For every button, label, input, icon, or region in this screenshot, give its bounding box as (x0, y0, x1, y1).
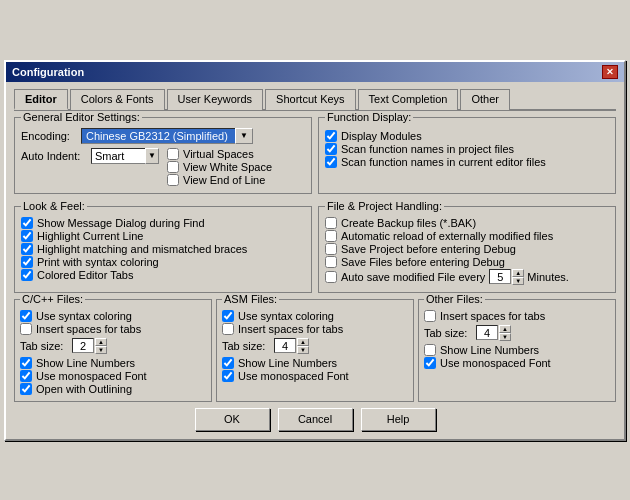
encoding-value[interactable]: Chinese GB2312 (Simplified) (81, 128, 253, 144)
show-message-checkbox[interactable] (21, 217, 33, 229)
other-tab-up-button[interactable]: ▲ (499, 325, 511, 333)
auto-reload-label: Automatic reload of externally modified … (341, 230, 553, 242)
other-line-numbers-checkbox[interactable] (424, 344, 436, 356)
view-white-space-checkbox[interactable] (167, 161, 179, 173)
function-display-items: Display Modules Scan function names in p… (325, 130, 609, 168)
asm-line-numbers-checkbox[interactable] (222, 357, 234, 369)
general-editor-label: General Editor Settings: (21, 111, 142, 123)
asm-tab-spinner-buttons: ▲ ▼ (297, 338, 309, 354)
function-display-label: Function Display: (325, 111, 413, 123)
middle-section: Look & Feel: Show Message Dialog during … (14, 206, 616, 299)
backup-files-checkbox[interactable] (325, 217, 337, 229)
cpp-syntax-checkbox[interactable] (20, 310, 32, 322)
minutes-label: Minutes. (527, 271, 569, 283)
indent-select-wrapper: Smart ▼ (91, 148, 159, 164)
tab-shortcut-keys[interactable]: Shortcut Keys (265, 89, 355, 110)
cpp-insert-spaces-row: Insert spaces for tabs (20, 323, 206, 335)
indent-dropdown-arrow[interactable]: ▼ (145, 148, 159, 164)
print-syntax-checkbox[interactable] (21, 256, 33, 268)
cpp-tab-size-spinner: ▲ ▼ (72, 338, 107, 354)
cpp-files-items: Use syntax coloring Insert spaces for ta… (20, 310, 206, 395)
virtual-spaces-checkbox[interactable] (167, 148, 179, 160)
other-tab-size-label: Tab size: (424, 327, 476, 339)
scan-project-label: Scan function names in project files (341, 143, 514, 155)
auto-save-up-button[interactable]: ▲ (512, 269, 524, 277)
other-files-items: Insert spaces for tabs Tab size: ▲ ▼ (424, 310, 610, 369)
asm-syntax-row: Use syntax coloring (222, 310, 408, 322)
save-project-debug-checkbox[interactable] (325, 243, 337, 255)
cpp-tab-size-input[interactable] (72, 338, 94, 353)
save-files-debug-checkbox[interactable] (325, 256, 337, 268)
highlight-braces-checkbox[interactable] (21, 243, 33, 255)
fp-item-1: Automatic reload of externally modified … (325, 230, 609, 242)
cpp-monospaced-row: Use monospaced Font (20, 370, 206, 382)
cpp-monospaced-checkbox[interactable] (20, 370, 32, 382)
scan-current-checkbox[interactable] (325, 156, 337, 168)
view-white-space-row: View White Space (167, 161, 272, 173)
file-project-items: Create Backup files (*.BAK) Automatic re… (325, 217, 609, 285)
other-line-numbers-label: Show Line Numbers (440, 344, 539, 356)
asm-tab-size-label: Tab size: (222, 340, 274, 352)
other-tab-size-input[interactable] (476, 325, 498, 340)
other-tab-size-spinner: ▲ ▼ (476, 325, 511, 341)
cpp-tab-size-row: Tab size: ▲ ▼ (20, 338, 206, 354)
other-monospaced-checkbox[interactable] (424, 357, 436, 369)
cpp-outlining-label: Open with Outlining (36, 383, 132, 395)
help-button[interactable]: Help (361, 408, 436, 431)
file-project-group: File & Project Handling: Create Backup f… (318, 206, 616, 293)
view-options: Virtual Spaces View White Space View End… (167, 148, 272, 187)
tab-user-keywords[interactable]: User Keywords (167, 89, 264, 110)
fd-item-0: Display Modules (325, 130, 609, 142)
cancel-button[interactable]: Cancel (278, 408, 353, 431)
view-end-of-line-checkbox[interactable] (167, 174, 179, 186)
asm-syntax-checkbox[interactable] (222, 310, 234, 322)
auto-indent-row: Auto Indent: Smart ▼ (21, 148, 159, 164)
highlight-line-label: Highlight Current Line (37, 230, 143, 242)
top-section: General Editor Settings: Encoding: Chine… (14, 117, 616, 200)
cpp-line-numbers-row: Show Line Numbers (20, 357, 206, 369)
cpp-syntax-row: Use syntax coloring (20, 310, 206, 322)
fp-item-0: Create Backup files (*.BAK) (325, 217, 609, 229)
asm-tab-down-button[interactable]: ▼ (297, 346, 309, 354)
cpp-insert-spaces-checkbox[interactable] (20, 323, 32, 335)
other-insert-spaces-checkbox[interactable] (424, 310, 436, 322)
fp-item-3: Save Files before entering Debug (325, 256, 609, 268)
cpp-line-numbers-checkbox[interactable] (20, 357, 32, 369)
tab-text-completion[interactable]: Text Completion (358, 89, 459, 110)
asm-files-group: ASM Files: Use syntax coloring Insert sp… (216, 299, 414, 402)
auto-save-checkbox[interactable] (325, 271, 337, 283)
other-tab-down-button[interactable]: ▼ (499, 333, 511, 341)
backup-files-label: Create Backup files (*.BAK) (341, 217, 476, 229)
view-white-space-label: View White Space (183, 161, 272, 173)
fd-item-1: Scan function names in project files (325, 143, 609, 155)
tab-colors-fonts[interactable]: Colors & Fonts (70, 89, 165, 110)
asm-tab-up-button[interactable]: ▲ (297, 338, 309, 346)
encoding-row: Encoding: Chinese GB2312 (Simplified) ▼ (21, 128, 305, 144)
cpp-tab-size-label: Tab size: (20, 340, 72, 352)
close-button[interactable]: ✕ (602, 65, 618, 79)
asm-tab-size-input[interactable] (274, 338, 296, 353)
asm-monospaced-row: Use monospaced Font (222, 370, 408, 382)
asm-monospaced-checkbox[interactable] (222, 370, 234, 382)
asm-insert-spaces-checkbox[interactable] (222, 323, 234, 335)
scan-project-checkbox[interactable] (325, 143, 337, 155)
configuration-window: Configuration ✕ Editor Colors & Fonts Us… (4, 60, 626, 441)
cpp-tab-up-button[interactable]: ▲ (95, 338, 107, 346)
cpp-outlining-checkbox[interactable] (20, 383, 32, 395)
ok-button[interactable]: OK (195, 408, 270, 431)
display-modules-checkbox[interactable] (325, 130, 337, 142)
colored-tabs-checkbox[interactable] (21, 269, 33, 281)
tab-other[interactable]: Other (460, 89, 510, 110)
auto-save-input[interactable] (489, 269, 511, 284)
cpp-tab-spinner-buttons: ▲ ▼ (95, 338, 107, 354)
encoding-dropdown-arrow[interactable]: ▼ (235, 128, 253, 144)
other-line-numbers-row: Show Line Numbers (424, 344, 610, 356)
auto-save-down-button[interactable]: ▼ (512, 277, 524, 285)
auto-reload-checkbox[interactable] (325, 230, 337, 242)
virtual-spaces-label: Virtual Spaces (183, 148, 254, 160)
lf-item-3: Print with syntax coloring (21, 256, 305, 268)
cpp-tab-down-button[interactable]: ▼ (95, 346, 107, 354)
highlight-line-checkbox[interactable] (21, 230, 33, 242)
lf-item-1: Highlight Current Line (21, 230, 305, 242)
tab-editor[interactable]: Editor (14, 89, 68, 110)
